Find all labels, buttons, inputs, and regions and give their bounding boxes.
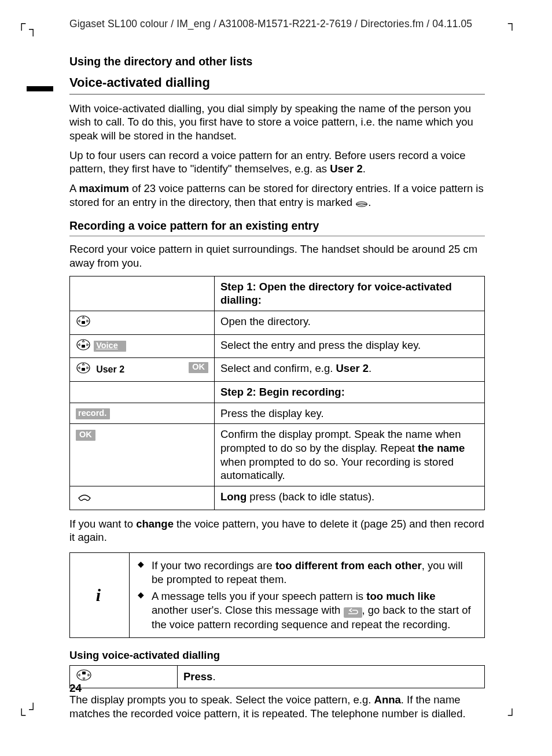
intro-paragraph-1: With voice-activated dialling, you dial … [69, 102, 485, 143]
back-key-icon [344, 607, 362, 618]
svg-point-0 [356, 201, 367, 206]
lips-icon [355, 197, 368, 211]
running-head: Gigaset SL100 colour / IM_eng / A31008-M… [69, 17, 485, 30]
nav-down-icon [76, 362, 91, 378]
info-item-2: A message tells you if your speech patte… [138, 589, 474, 631]
recording-intro: Record your voice pattern in quiet surro… [69, 242, 485, 270]
subheading-using: Using voice-activated dialling [69, 648, 485, 662]
svg-rect-4 [82, 345, 85, 348]
intro-paragraph-3: A maximum of 23 voice patterns can be st… [69, 182, 485, 211]
closing-paragraph: The display prompts you to speak. Select… [69, 693, 485, 720]
hangup-icon [76, 493, 93, 505]
softkey-voice: Voice [94, 341, 126, 352]
section-heading: Using the directory and other lists [69, 54, 485, 69]
info-icon: i [70, 552, 130, 637]
change-note: If you want to change the voice pattern,… [69, 517, 485, 544]
step-select-entry: Select the entry and press the display k… [215, 334, 485, 358]
nav-down-icon [76, 315, 91, 331]
title-rule [69, 94, 485, 95]
svg-point-7 [77, 670, 91, 680]
step2-heading: Step 2: Begin recording: [220, 386, 345, 398]
using-table: Press. [69, 665, 485, 688]
intro-paragraph-2: Up to four users can record a voice patt… [69, 149, 485, 176]
info-list: If your two recordings are too different… [138, 559, 474, 632]
step-open-directory: Open the directory. [215, 311, 485, 334]
step1-heading: Step 1: Open the directory for voice-act… [220, 281, 452, 307]
steps-table: Step 1: Open the directory for voice-act… [69, 276, 485, 510]
title-row: Voice-activated dialling [27, 75, 485, 92]
subheading-recording: Recording a voice pattern for an existin… [69, 219, 485, 233]
using-press: Press. [178, 666, 485, 688]
svg-rect-8 [82, 672, 86, 674]
svg-rect-6 [82, 368, 85, 371]
page-body: Gigaset SL100 colour / IM_eng / A31008-M… [69, 17, 485, 726]
softkey-record: record. [76, 408, 110, 419]
subheading-rule [69, 235, 485, 237]
page-number: 24 [69, 681, 82, 695]
svg-rect-2 [82, 321, 85, 324]
title-mark [27, 86, 53, 91]
softkey-ok: OK [189, 362, 208, 373]
menu-user2: User 2 [96, 364, 124, 375]
step-select-user: Select and confirm, e.g. User 2. [215, 358, 485, 382]
softkey-ok: OK [76, 430, 95, 441]
info-item-1: If your two recordings are too different… [138, 559, 474, 586]
step-confirm-speak: Confirm the display prompt. Speak the na… [215, 424, 485, 486]
nav-down-icon [76, 338, 91, 355]
step-long-press: Long press (back to idle status). [215, 486, 485, 510]
page-title: Voice-activated dialling [69, 75, 210, 92]
step-press-record: Press the display key. [215, 403, 485, 424]
info-box: i If your two recordings are too differe… [69, 552, 485, 638]
